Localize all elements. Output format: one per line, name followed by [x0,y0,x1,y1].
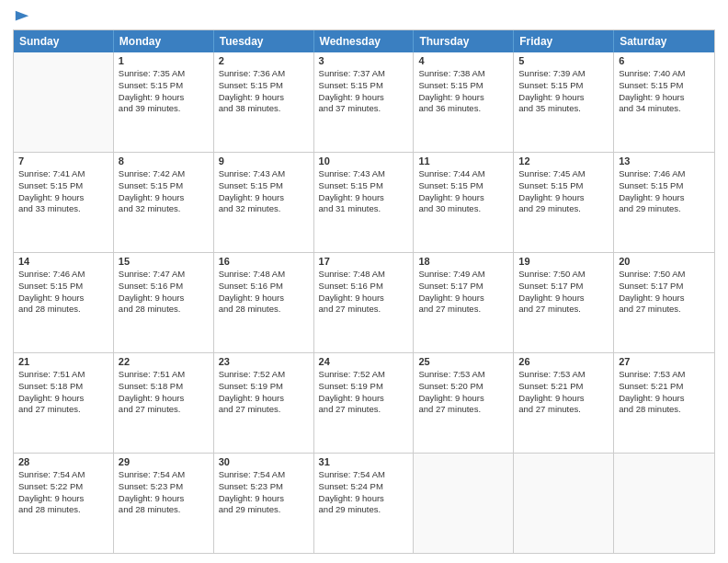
calendar-cell-day-28: 28Sunrise: 7:54 AMSunset: 5:22 PMDayligh… [14,454,114,553]
cell-info-line: Sunrise: 7:53 AM [418,369,508,381]
header [13,9,715,24]
cell-info-line: Sunrise: 7:36 AM [219,68,309,80]
cell-info-line: Sunrise: 7:48 AM [219,269,309,281]
cell-info-line: Daylight: 9 hours [119,192,209,204]
calendar-cell-day-6: 6Sunrise: 7:40 AMSunset: 5:15 PMDaylight… [614,52,714,152]
cell-info-line: and 28 minutes. [619,404,710,416]
cell-info-line: and 27 minutes. [518,304,609,316]
cell-info-line: Sunrise: 7:51 AM [18,369,108,381]
cell-info-line: and 38 minutes. [219,103,309,115]
cell-info-line: Sunrise: 7:52 AM [219,369,309,381]
cell-info-line: and 30 minutes. [418,203,508,215]
logo-flag-icon [14,9,30,26]
cell-info-line: Sunset: 5:19 PM [219,381,309,393]
cell-info-line: Daylight: 9 hours [518,192,609,204]
day-number: 20 [619,256,710,267]
cell-info-line: Sunrise: 7:43 AM [319,168,409,180]
cell-info-line: and 28 minutes. [119,304,209,316]
calendar-cell-day-2: 2Sunrise: 7:36 AMSunset: 5:15 PMDaylight… [214,52,314,152]
calendar-cell-day-7: 7Sunrise: 7:41 AMSunset: 5:15 PMDaylight… [14,153,114,252]
day-number: 30 [219,456,309,467]
calendar-cell-day-29: 29Sunrise: 7:54 AMSunset: 5:23 PMDayligh… [114,454,214,553]
calendar-cell-day-21: 21Sunrise: 7:51 AMSunset: 5:18 PMDayligh… [14,353,114,453]
cell-info-line: Daylight: 9 hours [18,393,108,405]
cell-info-line: and 35 minutes. [518,103,609,115]
cell-info-line: Sunset: 5:15 PM [319,180,409,192]
weekday-header-saturday: Saturday [614,30,714,52]
cell-info-line: Sunset: 5:15 PM [219,80,309,92]
cell-info-line: Sunset: 5:16 PM [219,281,309,293]
day-number: 14 [18,256,108,267]
calendar-row-3: 14Sunrise: 7:46 AMSunset: 5:15 PMDayligh… [14,253,714,353]
cell-info-line: Sunrise: 7:54 AM [319,469,409,481]
cell-info-line: and 31 minutes. [319,203,409,215]
weekday-header-wednesday: Wednesday [314,30,415,52]
cell-info-line: Daylight: 9 hours [418,393,508,405]
cell-info-line: Sunrise: 7:53 AM [619,369,710,381]
cell-info-line: and 27 minutes. [418,304,508,316]
cell-info-line: Sunrise: 7:41 AM [18,168,108,180]
cell-info-line: Sunset: 5:23 PM [219,481,309,493]
calendar-header: SundayMondayTuesdayWednesdayThursdayFrid… [14,30,714,52]
day-number: 19 [518,256,609,267]
day-number: 23 [219,356,309,367]
cell-info-line: and 36 minutes. [418,103,508,115]
cell-info-line: Sunrise: 7:44 AM [418,168,508,180]
calendar-cell-day-22: 22Sunrise: 7:51 AMSunset: 5:18 PMDayligh… [114,353,214,453]
calendar-cell-day-16: 16Sunrise: 7:48 AMSunset: 5:16 PMDayligh… [214,253,314,352]
cell-info-line: Sunset: 5:16 PM [319,281,409,293]
cell-info-line: Sunset: 5:24 PM [319,481,409,493]
day-number: 9 [219,155,309,167]
calendar-cell-day-5: 5Sunrise: 7:39 AMSunset: 5:15 PMDaylight… [514,52,614,152]
cell-info-line: Sunset: 5:18 PM [18,381,108,393]
cell-info-line: Sunset: 5:15 PM [119,180,209,192]
cell-info-line: and 34 minutes. [619,103,710,115]
day-number: 10 [319,155,409,167]
cell-info-line: Daylight: 9 hours [319,493,409,505]
calendar-cell-day-1: 1Sunrise: 7:35 AMSunset: 5:15 PMDaylight… [114,52,214,152]
cell-info-line: and 28 minutes. [219,304,309,316]
cell-info-line: Sunrise: 7:46 AM [619,168,710,180]
cell-info-line: Sunset: 5:15 PM [418,180,508,192]
day-number: 3 [319,55,409,66]
cell-info-line: Sunset: 5:22 PM [18,481,108,493]
calendar: SundayMondayTuesdayWednesdayThursdayFrid… [13,29,715,554]
cell-info-line: Daylight: 9 hours [418,92,508,104]
cell-info-line: Sunrise: 7:54 AM [119,469,209,481]
cell-info-line: Daylight: 9 hours [119,293,209,304]
cell-info-line: Sunset: 5:19 PM [319,381,409,393]
calendar-cell-day-14: 14Sunrise: 7:46 AMSunset: 5:15 PMDayligh… [14,253,114,352]
calendar-row-5: 28Sunrise: 7:54 AMSunset: 5:22 PMDayligh… [14,454,714,553]
day-number: 6 [619,55,710,66]
cell-info-line: Daylight: 9 hours [319,293,409,304]
cell-info-line: and 29 minutes. [319,504,409,516]
day-number: 28 [18,456,108,467]
weekday-header-tuesday: Tuesday [214,30,314,52]
calendar-cell-empty [14,52,114,152]
cell-info-line: Sunrise: 7:45 AM [518,168,609,180]
weekday-header-monday: Monday [114,30,214,52]
calendar-row-1: 1Sunrise: 7:35 AMSunset: 5:15 PMDaylight… [14,52,714,153]
calendar-row-2: 7Sunrise: 7:41 AMSunset: 5:15 PMDaylight… [14,153,714,253]
calendar-cell-day-4: 4Sunrise: 7:38 AMSunset: 5:15 PMDaylight… [414,52,514,152]
calendar-cell-day-17: 17Sunrise: 7:48 AMSunset: 5:16 PMDayligh… [314,253,415,352]
cell-info-line: Daylight: 9 hours [619,293,710,304]
day-number: 12 [518,155,609,167]
cell-info-line: Sunset: 5:15 PM [518,180,609,192]
cell-info-line: and 27 minutes. [418,404,508,416]
day-number: 11 [418,155,508,167]
day-number: 5 [518,55,609,66]
cell-info-line: and 32 minutes. [119,203,209,215]
cell-info-line: Daylight: 9 hours [418,293,508,304]
cell-info-line: Sunset: 5:18 PM [119,381,209,393]
cell-info-line: Sunset: 5:17 PM [518,281,609,293]
cell-info-line: Sunset: 5:15 PM [418,80,508,92]
calendar-cell-day-23: 23Sunrise: 7:52 AMSunset: 5:19 PMDayligh… [214,353,314,453]
calendar-cell-empty [614,454,714,553]
cell-info-line: Daylight: 9 hours [119,493,209,505]
day-number: 27 [619,356,710,367]
cell-info-line: and 33 minutes. [18,203,108,215]
cell-info-line: Sunrise: 7:50 AM [518,269,609,281]
day-number: 31 [319,456,409,467]
calendar-cell-empty [414,454,514,553]
